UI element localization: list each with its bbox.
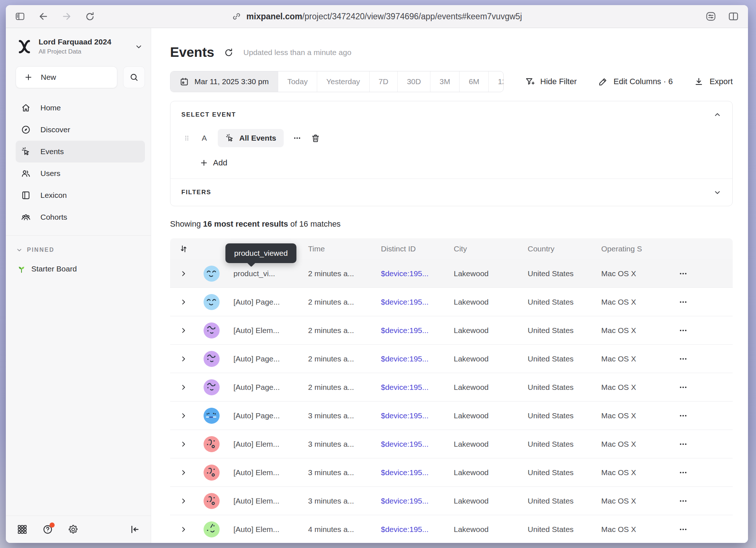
forward-icon[interactable] [61,11,72,22]
table-row[interactable]: [Auto] Elem... 3 minutes a... $device:19… [170,430,733,458]
table-row[interactable]: [Auto] Elem... 2 minutes a... $device:19… [170,316,733,345]
browser-sidebar-toggle-icon[interactable] [15,11,25,22]
distinct-id-link[interactable]: $device:195... [374,298,446,306]
row-more-icon[interactable] [678,496,688,506]
distinct-id-link[interactable]: $device:195... [374,440,446,449]
table-row[interactable]: [Auto] Page... 3 minutes a... $device:19… [170,402,733,430]
add-event-button[interactable]: Add [200,158,721,168]
sidebar-item-cohorts[interactable]: Cohorts [16,206,145,228]
row-more-icon[interactable] [678,297,688,307]
range-segment[interactable]: Yesterday [317,71,369,92]
reload-icon[interactable] [84,11,95,22]
table-row[interactable]: [Auto] Elem... 4 minutes a... $device:19… [170,515,733,543]
back-icon[interactable] [38,11,49,22]
row-more-icon[interactable] [678,439,688,449]
gear-icon[interactable] [68,524,79,535]
event-selector-chip[interactable]: All Events [218,129,284,147]
chevron-up-icon[interactable] [713,111,721,119]
sidebar-item-lexicon[interactable]: Lexicon [16,184,145,206]
table-row[interactable]: [Auto] Elem... 3 minutes a... $device:19… [170,458,733,487]
project-switcher[interactable]: Lord Farquaad 2024 All Project Data [6,28,151,55]
column-header-country[interactable]: Country [520,244,594,253]
range-segment[interactable]: 3M [430,71,459,92]
trash-icon[interactable] [311,133,320,143]
pinned-section-header[interactable]: PINNED [16,247,151,253]
help-button[interactable] [42,524,53,535]
export-button[interactable]: Export [694,77,733,87]
table-row[interactable]: [Auto] Page... 2 minutes a... $device:19… [170,373,733,402]
sidebar-item-users[interactable]: Users [16,163,145,184]
row-more-icon[interactable] [678,411,688,420]
drag-handle-icon[interactable] [183,134,191,142]
expand-row-icon[interactable] [180,384,187,391]
range-segment-label: 12M [498,77,503,86]
expand-row-icon[interactable] [180,526,187,533]
row-more-icon[interactable] [678,269,688,278]
range-segment[interactable]: 7D [369,71,398,92]
range-segment[interactable]: 12M [488,71,503,92]
page-settings-icon[interactable] [705,11,717,22]
range-segment[interactable]: Today [278,71,317,92]
event-name-cell: [Auto] Elem... [226,440,301,449]
distinct-id-link[interactable]: $device:195... [374,468,446,477]
range-segment[interactable]: 30D [397,71,430,92]
os-cell: Mac OS X [594,525,670,534]
new-button[interactable]: New [16,66,117,88]
expand-row-icon[interactable] [180,469,187,476]
event-avatar [204,408,220,424]
distinct-id-link[interactable]: $device:195... [374,411,446,420]
distinct-id-link[interactable]: $device:195... [374,269,446,278]
range-segment[interactable]: 6M [459,71,488,92]
column-header-os[interactable]: Operating S [594,244,670,253]
sort-vertical-icon[interactable] [179,244,188,254]
row-more-icon[interactable] [678,525,688,534]
row-more-icon[interactable] [678,354,688,364]
split-view-icon[interactable] [728,11,739,22]
column-header-city[interactable]: City [446,244,520,253]
column-header-time[interactable]: Time [301,244,374,253]
distinct-id-link[interactable]: $device:195... [374,326,446,335]
sidebar-item-starter-board[interactable]: Starter Board [17,264,151,274]
sidebar-item-home[interactable]: Home [16,97,145,119]
sidebar-item-events[interactable]: Events [16,141,145,163]
row-more-icon[interactable] [678,326,688,335]
expand-row-icon[interactable] [180,356,187,362]
sidebar-item-label: Cohorts [40,213,67,222]
event-name-tooltip: product_viewed [225,243,296,263]
address-bar[interactable]: mixpanel.com/project/3472420/view/397469… [232,12,522,21]
os-cell: Mac OS X [594,298,670,306]
expand-row-icon[interactable] [180,299,187,305]
table-row[interactable]: [Auto] Page... 2 minutes a... $device:19… [170,288,733,316]
event-avatar [204,294,220,310]
table-row[interactable]: [Auto] Elem... 3 minutes a... $device:19… [170,487,733,515]
sidebar-item-discover[interactable]: Discover [16,119,145,141]
expand-row-icon[interactable] [180,412,187,419]
edit-columns-button[interactable]: Edit Columns · 6 [598,77,673,87]
distinct-id-link[interactable]: $device:195... [374,525,446,534]
expand-row-icon[interactable] [180,270,187,277]
search-button[interactable] [123,66,145,88]
row-more-icon[interactable] [678,468,688,477]
column-header-distinct-id[interactable]: Distinct ID [374,244,446,253]
date-picker[interactable]: Mar 11, 2025 3:30 pm [170,71,278,92]
collapse-sidebar-icon[interactable] [129,524,140,535]
apps-grid-icon[interactable] [17,524,28,535]
country-cell: United States [520,411,594,420]
export-label: Export [709,77,733,86]
expand-row-icon[interactable] [180,441,187,447]
distinct-id-link[interactable]: $device:195... [374,383,446,392]
table-row[interactable]: [Auto] Page... 2 minutes a... $device:19… [170,345,733,373]
distinct-id-link[interactable]: $device:195... [374,355,446,363]
hide-filter-button[interactable]: Hide Filter [525,77,577,87]
expand-row-icon[interactable] [180,327,187,334]
event-more-icon[interactable] [292,133,302,143]
distinct-id-link[interactable]: $device:195... [374,497,446,505]
time-cell: 3 minutes a... [301,468,374,477]
chevron-down-icon [16,247,23,253]
refresh-icon[interactable] [224,47,234,58]
filters-label: FILTERS [181,189,211,196]
chevron-down-icon[interactable] [713,188,721,196]
event-name-cell: [Auto] Page... [226,298,301,306]
row-more-icon[interactable] [678,383,688,392]
expand-row-icon[interactable] [180,498,187,504]
